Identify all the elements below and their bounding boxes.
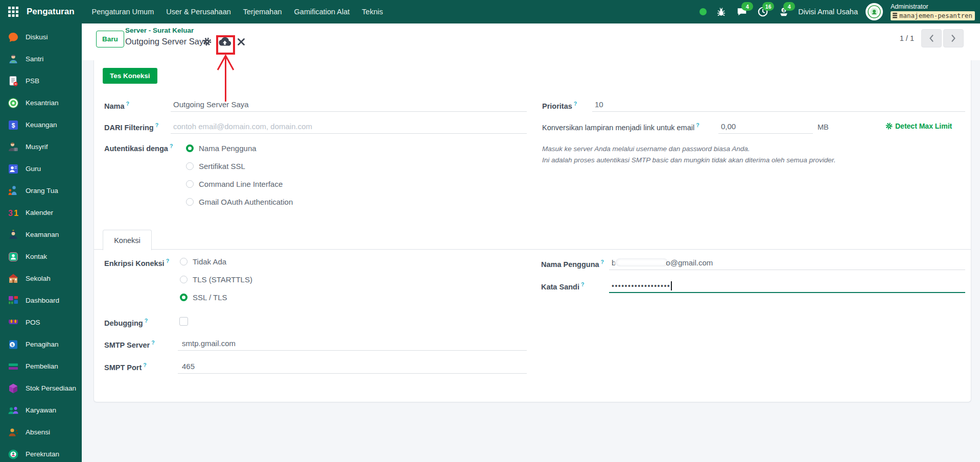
finance-coin-icon[interactable]: $ 4 <box>777 5 790 18</box>
dari-filtering-input[interactable]: contoh email@domain.com, domain.com <box>171 122 527 134</box>
prioritas-input[interactable]: 10 <box>592 100 965 112</box>
sidebar-item-label: Musyrif <box>26 143 48 151</box>
sidebar-item-psb[interactable]: PSB <box>0 70 82 92</box>
smtp-port-input[interactable]: 465 <box>178 362 527 374</box>
nama-help-icon[interactable]: ? <box>126 101 129 107</box>
sidebar-item-santri[interactable]: Santri <box>0 48 82 70</box>
nama-pengguna-label: Nama Pengguna? <box>541 259 604 269</box>
finance-dollar-icon: $ <box>7 118 19 131</box>
menu-terjemahan[interactable]: Terjemahan <box>237 0 288 23</box>
sidebar-item-label: Sekolah <box>26 275 51 282</box>
auth-note-line1: Masuk ke server Anda melalui username da… <box>542 145 750 153</box>
sidebar-item-dashboard[interactable]: Dashboard <box>0 289 82 311</box>
sidebar-item-pembelian[interactable]: Pembelian <box>0 355 82 377</box>
sidebar-item-kontak[interactable]: Kontak <box>0 246 82 268</box>
sidebar-item-penagihan[interactable]: $ Penagihan <box>0 333 82 355</box>
sidebar-item-stok[interactable]: Stok Persediaan <box>0 377 82 399</box>
radio-ssl-tls[interactable]: SSL / TLS <box>180 292 227 302</box>
sidebar-item-musyrif[interactable]: Musyrif <box>0 136 82 158</box>
smtp-server-help-icon[interactable]: ? <box>151 339 154 346</box>
messages-icon[interactable]: 4 <box>735 5 749 18</box>
radio-tidak-ada[interactable]: Tidak Ada <box>180 256 226 266</box>
sidebar-item-pos[interactable]: POS <box>0 311 82 333</box>
company-switcher[interactable]: Divisi Amal Usaha <box>798 8 858 16</box>
database-badge[interactable]: manajemen-pesantren <box>891 11 975 20</box>
kata-sandi-input[interactable]: •••••••••••••••••• <box>609 281 965 293</box>
sidebar-item-label: POS <box>26 319 40 326</box>
sidebar-item-kalender[interactable]: 31 Kalender <box>0 202 82 224</box>
status-badge: Baru <box>96 31 124 47</box>
radio-nama-pengguna[interactable]: Nama Pengguna <box>186 143 256 153</box>
menu-pengaturan-umum[interactable]: Pengaturan Umum <box>86 0 160 23</box>
konversi-help-icon[interactable]: ? <box>696 122 699 128</box>
app-title[interactable]: Pengaturan <box>27 7 75 17</box>
menu-teknis[interactable]: Teknis <box>356 0 389 23</box>
pos-awning-icon <box>7 316 19 329</box>
debugging-label: Debugging? <box>104 318 148 327</box>
menu-gamification-alat[interactable]: Gamification Alat <box>288 0 356 23</box>
user-avatar[interactable] <box>866 3 883 20</box>
debug-bug-icon[interactable] <box>714 5 728 18</box>
sidebar-item-orang-tua[interactable]: Orang Tua <box>0 180 82 202</box>
nama-input[interactable]: Outgoing Server Saya <box>171 100 527 112</box>
breadcrumb-current: Outgoing Server Saya <box>125 37 208 46</box>
konversi-input[interactable]: 0,00 <box>718 122 813 134</box>
sidebar-item-label: Kalender <box>26 209 53 216</box>
nama-pengguna-input[interactable]: bo@gmail.com <box>609 258 965 270</box>
save-cloud-upload-icon[interactable] <box>218 35 231 48</box>
test-connection-button[interactable]: Tes Koneksi <box>103 68 157 84</box>
pager-next-button[interactable] <box>943 29 964 47</box>
presence-status-icon[interactable] <box>699 8 707 15</box>
detect-max-limit-button[interactable]: Detect Max Limit <box>885 122 952 130</box>
sidebar-item-label: Keamanan <box>26 231 59 238</box>
pager-previous-button[interactable] <box>921 29 942 47</box>
sidebar-item-label: Absensi <box>26 428 50 436</box>
sidebar-item-perekrutan[interactable]: Perekrutan <box>0 443 82 462</box>
sidebar-item-diskusi[interactable]: Diskusi <box>0 26 82 48</box>
enkripsi-help-icon[interactable]: ? <box>166 258 169 264</box>
user-menu[interactable]: Administrator manajemen-pesantren <box>891 4 975 20</box>
tab-koneksi[interactable]: Koneksi <box>103 230 152 250</box>
tab-divider <box>94 249 971 250</box>
menu-user-perusahaan[interactable]: User & Perusahaan <box>160 0 237 23</box>
pager-count: 1 / 1 <box>900 34 914 42</box>
sidebar-item-karyawan[interactable]: Karyawan <box>0 399 82 421</box>
radio-gmail-oauth[interactable]: Gmail OAuth Authentication <box>186 197 293 207</box>
sidebar-item-absensi[interactable]: Absensi <box>0 421 82 443</box>
sidebar-item-guru[interactable]: Guru <box>0 158 82 180</box>
radio-icon <box>180 276 188 283</box>
debugging-checkbox[interactable] <box>179 317 188 326</box>
student-icon <box>7 53 19 65</box>
sidebar-item-keuangan[interactable]: $ Keuangan <box>0 114 82 136</box>
debugging-help-icon[interactable]: ? <box>145 318 148 324</box>
sidebar-item-label: Stok Persediaan <box>26 384 76 392</box>
calendar-31-icon: 31 <box>7 206 19 219</box>
radio-command-line[interactable]: Command Line Interface <box>186 179 283 189</box>
sidebar-item-label: Santri <box>26 55 43 63</box>
action-gear-icon[interactable] <box>203 37 212 46</box>
prioritas-help-icon[interactable]: ? <box>574 101 577 107</box>
discard-close-icon[interactable] <box>238 38 245 45</box>
apps-grid-icon[interactable] <box>7 5 20 18</box>
redaction-blur <box>616 258 668 266</box>
sidebar-item-keamanan[interactable]: Keamanan <box>0 224 82 246</box>
radio-tls-starttls[interactable]: TLS (STARTTLS) <box>180 274 252 284</box>
supervisor-icon <box>7 140 19 153</box>
sidebar-item-label: Kontak <box>26 253 47 260</box>
autentikasi-help-icon[interactable]: ? <box>170 143 173 149</box>
konversi-unit: MB <box>818 123 829 131</box>
dari-filtering-help-icon[interactable]: ? <box>155 122 158 128</box>
nama-pengguna-help-icon[interactable]: ? <box>601 259 604 265</box>
smtp-server-input[interactable]: smtp.gmail.com <box>178 339 527 351</box>
radio-selected-icon <box>180 294 188 301</box>
radio-sertifikat-ssl[interactable]: Sertifikat SSL <box>186 161 245 171</box>
sidebar-item-sekolah[interactable]: Sekolah <box>0 268 82 289</box>
activities-clock-icon[interactable]: 16 <box>756 5 769 18</box>
sidebar-item-kesantrian[interactable]: Kesantrian <box>0 92 82 114</box>
breadcrumb-parent-link[interactable]: Server - Surat Keluar <box>125 27 194 34</box>
kata-sandi-label: Kata Sandi? <box>541 281 584 291</box>
activities-badge: 16 <box>762 2 774 11</box>
smtp-port-help-icon[interactable]: ? <box>143 362 146 368</box>
kata-sandi-help-icon[interactable]: ? <box>581 281 584 287</box>
sidebar-item-label: PSB <box>26 77 39 85</box>
